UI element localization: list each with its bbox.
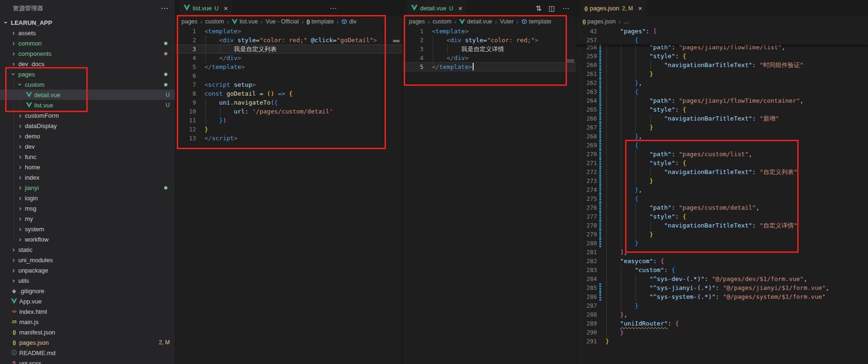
code-line-8[interactable]: 8const goDetail = () => { [175, 89, 402, 98]
chevron-collapsed-icon[interactable]: › [17, 195, 23, 201]
tree-item-workflow[interactable]: ›workflow [0, 234, 175, 244]
code-line-12[interactable]: 12} [175, 125, 402, 134]
chevron-collapsed-icon[interactable]: › [10, 40, 17, 46]
chevron-collapsed-icon[interactable]: › [17, 133, 23, 139]
code-line-5[interactable]: 5</template> [175, 62, 402, 71]
tree-item-list.vue[interactable]: list.vueU [0, 100, 175, 110]
tree-item-dataDisplay[interactable]: ›dataDisplay [0, 121, 175, 131]
code-line-42[interactable]: 42 "pages": [ [576, 27, 868, 36]
code-line-284[interactable]: 284 "^sys-dev-(.*)": "@/pages/dev/$1/for… [576, 274, 868, 283]
breadcrumb-item[interactable]: div [341, 18, 356, 25]
chevron-collapsed-icon[interactable]: › [17, 184, 23, 191]
code-line-269[interactable]: 269 { [576, 141, 868, 150]
tree-item-manifest.json[interactable]: {}manifest.json [0, 327, 175, 337]
chevron-collapsed-icon[interactable]: › [17, 174, 23, 181]
code-line-13[interactable]: 13</script> [175, 134, 402, 143]
tree-item-utils[interactable]: ›utils [0, 275, 175, 286]
tree-item-custom[interactable]: ›custom [0, 79, 175, 90]
chevron-collapsed-icon[interactable]: › [10, 50, 17, 57]
chevron-expanded-icon[interactable]: › [17, 81, 23, 88]
code-line-5[interactable]: 5</template> [403, 62, 576, 71]
chevron-collapsed-icon[interactable]: › [17, 143, 23, 150]
code-line-261[interactable]: 261 } [576, 69, 868, 78]
tree-item-login[interactable]: ›login [0, 193, 175, 203]
chevron-collapsed-icon[interactable]: › [17, 112, 23, 119]
tree-item-dev[interactable]: ›dev [0, 141, 175, 152]
chevron-collapsed-icon[interactable]: › [17, 215, 23, 222]
tree-item-LEARUN_APP[interactable]: ›LEARUN_APP [0, 17, 175, 28]
tab-detail-vue[interactable]: detail.vue U × [407, 0, 467, 16]
code-line-10[interactable]: 10 url: '/pages/custom/detail' [175, 107, 402, 116]
tree-item-pages[interactable]: ›pages [0, 69, 175, 79]
breadcrumb-item[interactable]: {}pages.json [582, 18, 616, 25]
code-editor-detail-vue[interactable]: 1<template>2 <div style="color: red;">3 … [403, 27, 576, 71]
tree-item-components[interactable]: ›components [0, 48, 175, 59]
code-line-272[interactable]: 272 "navigationBarTitleText": "自定义列表" [576, 167, 868, 176]
code-line-277[interactable]: 277 "style": { [576, 212, 868, 221]
tree-item-README.md[interactable]: ⓘREADME.md [0, 348, 175, 358]
breadcrumb-item[interactable]: Vuter [500, 18, 513, 25]
code-line-288[interactable]: 288 }, [576, 310, 868, 319]
chevron-collapsed-icon[interactable]: › [10, 61, 17, 67]
code-line-3[interactable]: 3 我是自定义详情 [403, 45, 576, 53]
code-line-279[interactable]: 279 } [576, 230, 868, 239]
chevron-collapsed-icon[interactable]: › [10, 277, 17, 284]
split-editor-icon[interactable]: ◫ [549, 4, 555, 13]
chevron-collapsed-icon[interactable]: › [17, 153, 23, 160]
tree-item-system[interactable]: ›system [0, 224, 175, 234]
code-line-1[interactable]: 1<template> [403, 27, 576, 36]
tab-pages-json[interactable]: {} pages.json 2, M × [580, 0, 647, 16]
code-line-2[interactable]: 2 <div style="color: red;" @click="goDet… [175, 36, 402, 45]
code-line-1[interactable]: 1<template> [175, 27, 402, 36]
code-line-11[interactable]: 11 }) [175, 116, 402, 125]
chevron-collapsed-icon[interactable]: › [10, 267, 17, 273]
code-line-289[interactable]: 289 "uniIdRouter": { [576, 319, 868, 328]
breadcrumb-item[interactable]: {}template [307, 18, 334, 25]
tree-item-customForm[interactable]: ›customForm [0, 110, 175, 121]
code-line-4[interactable]: 4 </div> [403, 53, 576, 62]
chevron-collapsed-icon[interactable]: › [10, 246, 17, 253]
breadcrumb-item[interactable]: list.vue [232, 18, 258, 25]
chevron-collapsed-icon[interactable]: › [17, 205, 23, 212]
code-editor-pages-json[interactable]: 42 "pages": [257 { 258 "path": "pages/ji… [576, 27, 868, 346]
code-line-267[interactable]: 267 } [576, 123, 868, 132]
more-actions-icon[interactable]: ⋯ [161, 4, 168, 13]
code-line-271[interactable]: 271 "style": { [576, 159, 868, 167]
code-line-2[interactable]: 2 <div style="color: red;"> [403, 36, 576, 45]
tree-item-detail.vue[interactable]: detail.vueU [0, 90, 175, 100]
code-line-281[interactable]: 281 ], [576, 248, 868, 257]
tree-item-my[interactable]: ›my [0, 213, 175, 224]
code-line-286[interactable]: 286 "^sys-system-(.*)": "@/pages/system/… [576, 292, 868, 301]
tree-item-.gitignore[interactable]: ◈.gitignore [0, 286, 175, 296]
tree-item-dev_docs[interactable]: ›dev_docs [0, 59, 175, 69]
code-line-274[interactable]: 274 }, [576, 185, 868, 194]
breadcrumb-item[interactable]: template [521, 18, 551, 25]
tree-item-main.js[interactable]: JSmain.js [0, 317, 175, 327]
chevron-collapsed-icon[interactable]: › [10, 257, 17, 263]
code-line-278[interactable]: 278 "navigationBarTitleText": "自定义详情" [576, 221, 868, 230]
code-line-282[interactable]: 282 "easycom": { [576, 257, 868, 265]
code-line-290[interactable]: 290 } [576, 328, 868, 337]
code-line-270[interactable]: 270 "path": "pages/custom/list", [576, 150, 868, 159]
tree-item-msg[interactable]: ›msg [0, 203, 175, 213]
code-line-3[interactable]: 3 我是自定义列表 [175, 45, 402, 53]
code-line-276[interactable]: 276 "path": "pages/custom/detail", [576, 203, 868, 212]
tree-item-func[interactable]: ›func [0, 152, 175, 162]
code-line-268[interactable]: 268 }, [576, 132, 868, 141]
tree-item-unpackage[interactable]: ›unpackage [0, 265, 175, 275]
tab-list-vue[interactable]: list.vue U × [179, 0, 232, 16]
open-changes-icon[interactable]: ⇅ [536, 4, 542, 13]
tree-item-common[interactable]: ›common [0, 38, 175, 48]
tree-item-jianyi[interactable]: ›jianyi [0, 182, 175, 193]
breadcrumb-item[interactable]: pages [409, 18, 425, 25]
breadcrumb-item[interactable]: custom [432, 18, 451, 25]
tree-item-demo[interactable]: ›demo [0, 131, 175, 141]
code-line-285[interactable]: 285 "^sys-jianyi-(.*)": "@/pages/jianyi/… [576, 283, 868, 292]
close-icon[interactable]: × [224, 5, 228, 12]
code-line-4[interactable]: 4 </div> [175, 53, 402, 62]
tree-item-assets[interactable]: ›assets [0, 28, 175, 38]
breadcrumb-item[interactable]: custom [205, 18, 224, 25]
tree-item-static[interactable]: ›static [0, 244, 175, 255]
code-line-262[interactable]: 262 }, [576, 78, 868, 87]
chevron-expanded-icon[interactable]: › [10, 71, 17, 77]
